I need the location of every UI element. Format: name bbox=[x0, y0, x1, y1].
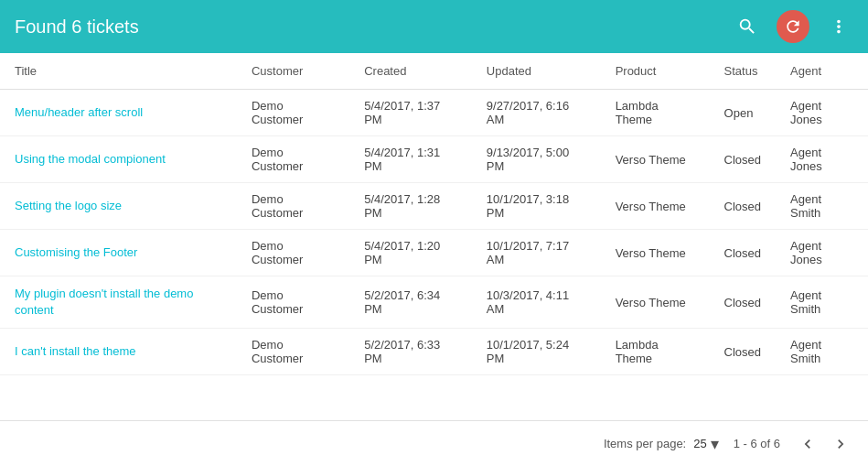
cell-created: 5/4/2017, 1:31 PM bbox=[349, 136, 472, 183]
col-agent: Agent bbox=[776, 53, 868, 90]
per-page-select[interactable]: 25 ▾ bbox=[693, 434, 718, 454]
cell-agent: Agent Smith bbox=[776, 329, 868, 375]
tickets-table-container: Title Customer Created Updated Product S… bbox=[0, 53, 868, 375]
cell-created: 5/2/2017, 6:34 PM bbox=[349, 276, 472, 329]
table-header: Title Customer Created Updated Product S… bbox=[0, 53, 868, 90]
table-footer: Items per page: 25 ▾ 1 - 6 of 6 bbox=[0, 420, 868, 466]
cell-title: Setting the logo size bbox=[0, 183, 237, 230]
cell-title: Using the modal compionent bbox=[0, 136, 237, 183]
app-header: Found 6 tickets bbox=[0, 0, 868, 53]
col-customer: Customer bbox=[237, 53, 349, 90]
cell-title: Menu/header after scroll bbox=[0, 90, 237, 136]
cell-agent: Agent Jones bbox=[776, 136, 868, 183]
col-created: Created bbox=[349, 53, 472, 90]
table-row: Customising the FooterDemo Customer5/4/2… bbox=[0, 230, 868, 276]
cell-agent: Agent Smith bbox=[776, 276, 868, 329]
table-row: Using the modal compionentDemo Customer5… bbox=[0, 136, 868, 183]
table-row: I can't install the themeDemo Customer5/… bbox=[0, 329, 868, 375]
ticket-link[interactable]: Menu/header after scroll bbox=[15, 104, 222, 121]
ticket-link[interactable]: Customising the Footer bbox=[15, 244, 222, 261]
page-title: Found 6 tickets bbox=[15, 16, 733, 38]
cell-updated: 10/3/2017, 4:11 AM bbox=[472, 276, 601, 329]
cell-customer: Demo Customer bbox=[237, 136, 349, 183]
cell-customer: Demo Customer bbox=[237, 183, 349, 230]
cell-status: Closed bbox=[710, 136, 776, 183]
cell-updated: 10/1/2017, 3:18 PM bbox=[472, 183, 601, 230]
more-menu-button[interactable] bbox=[824, 12, 853, 41]
cell-product: Lambda Theme bbox=[601, 90, 710, 136]
table-row: Menu/header after scrollDemo Customer5/4… bbox=[0, 90, 868, 136]
col-updated: Updated bbox=[472, 53, 601, 90]
prev-page-button[interactable] bbox=[795, 431, 820, 457]
pagination-info: 1 - 6 of 6 bbox=[734, 437, 780, 450]
items-per-page-label: Items per page: bbox=[604, 437, 686, 450]
cell-status: Closed bbox=[710, 276, 776, 329]
items-per-page: Items per page: 25 ▾ bbox=[604, 434, 719, 454]
cell-customer: Demo Customer bbox=[237, 329, 349, 375]
table-row: Setting the logo sizeDemo Customer5/4/20… bbox=[0, 183, 868, 230]
col-product: Product bbox=[601, 53, 710, 90]
cell-product: Verso Theme bbox=[601, 230, 710, 276]
chevron-down-icon: ▾ bbox=[711, 434, 719, 454]
pagination-nav bbox=[795, 431, 853, 457]
cell-created: 5/4/2017, 1:28 PM bbox=[349, 183, 472, 230]
ticket-link[interactable]: My plugin doesn't install the demo conte… bbox=[15, 286, 222, 319]
refresh-button[interactable] bbox=[777, 10, 809, 43]
cell-customer: Demo Customer bbox=[237, 276, 349, 329]
cell-product: Verso Theme bbox=[601, 183, 710, 230]
cell-created: 5/4/2017, 1:37 PM bbox=[349, 90, 472, 136]
cell-customer: Demo Customer bbox=[237, 230, 349, 276]
cell-title: I can't install the theme bbox=[0, 329, 237, 375]
cell-updated: 10/1/2017, 7:17 AM bbox=[472, 230, 601, 276]
cell-product: Verso Theme bbox=[601, 276, 710, 329]
ticket-link[interactable]: Setting the logo size bbox=[15, 198, 222, 214]
cell-updated: 9/13/2017, 5:00 PM bbox=[472, 136, 601, 183]
tickets-table: Title Customer Created Updated Product S… bbox=[0, 53, 868, 375]
table-body: Menu/header after scrollDemo Customer5/4… bbox=[0, 90, 868, 375]
cell-agent: Agent Jones bbox=[776, 230, 868, 276]
col-title: Title bbox=[0, 53, 237, 90]
cell-product: Lambda Theme bbox=[601, 329, 710, 375]
cell-created: 5/2/2017, 6:33 PM bbox=[349, 329, 472, 375]
cell-status: Closed bbox=[710, 329, 776, 375]
cell-customer: Demo Customer bbox=[237, 90, 349, 136]
cell-title: Customising the Footer bbox=[0, 230, 237, 276]
ticket-link[interactable]: Using the modal compionent bbox=[15, 151, 222, 168]
cell-agent: Agent Smith bbox=[776, 183, 868, 230]
col-status: Status bbox=[710, 53, 776, 90]
cell-updated: 10/1/2017, 5:24 PM bbox=[472, 329, 601, 375]
search-button[interactable] bbox=[733, 12, 762, 41]
cell-status: Open bbox=[710, 90, 776, 136]
cell-updated: 9/27/2017, 6:16 AM bbox=[472, 90, 601, 136]
cell-product: Verso Theme bbox=[601, 136, 710, 183]
table-row: My plugin doesn't install the demo conte… bbox=[0, 276, 868, 329]
cell-created: 5/4/2017, 1:20 PM bbox=[349, 230, 472, 276]
cell-status: Closed bbox=[710, 183, 776, 230]
cell-status: Closed bbox=[710, 230, 776, 276]
cell-title: My plugin doesn't install the demo conte… bbox=[0, 276, 237, 329]
per-page-value: 25 bbox=[693, 437, 706, 450]
next-page-button[interactable] bbox=[828, 431, 853, 457]
ticket-link[interactable]: I can't install the theme bbox=[15, 343, 222, 360]
header-actions bbox=[733, 10, 853, 43]
cell-agent: Agent Jones bbox=[776, 90, 868, 136]
